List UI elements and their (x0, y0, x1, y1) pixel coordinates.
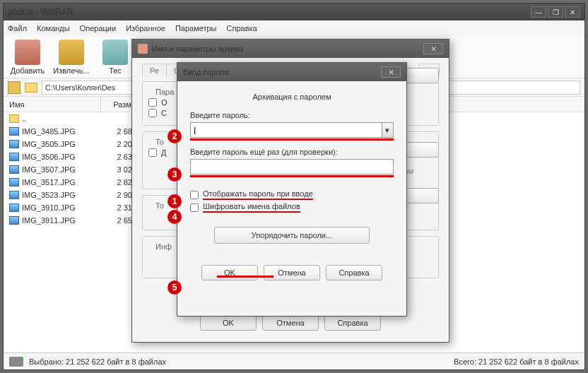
menu-file[interactable]: Файл (8, 24, 27, 32)
password-confirm-input[interactable] (190, 159, 394, 174)
dialog1-cancel[interactable]: Отмена (262, 315, 319, 331)
maximize-button[interactable]: ❐ (548, 6, 563, 18)
dialog2-help[interactable]: Справка (326, 265, 382, 280)
status-total: Всего: 21 252 622 байт в 8 файлах (454, 357, 579, 366)
folder-icon (25, 83, 37, 93)
image-file-icon (9, 178, 19, 186)
badge-2: 2 (167, 129, 182, 143)
tab-1[interactable]: Ре (142, 64, 167, 77)
up-icon[interactable] (8, 81, 20, 94)
menu-favorites[interactable]: Избранное (126, 24, 165, 32)
close-button[interactable]: ✕ (565, 6, 580, 18)
menubar: Файл Команды Операции Избранное Параметр… (4, 20, 584, 36)
dialog1-titlebar: Имя и параметры архива ⨯ (132, 40, 449, 58)
underline-2 (190, 138, 394, 141)
image-file-icon (9, 140, 19, 148)
password2-label: Введите пароль ещё раз (для проверки): (190, 148, 394, 156)
menu-options[interactable]: Параметры (175, 24, 217, 32)
menu-help[interactable]: Справка (227, 24, 257, 32)
password-dropdown[interactable]: ▾ (382, 122, 394, 138)
menu-operations[interactable]: Операции (80, 24, 116, 32)
image-file-icon (9, 165, 19, 174)
statusbar: Выбрано: 21 252 622 байт в 8 файлах Всег… (4, 353, 584, 369)
toolbar-add[interactable]: Добавить (8, 40, 47, 75)
password-input[interactable] (190, 122, 382, 138)
image-file-icon (9, 203, 19, 212)
password-label: Введите пароль: (190, 111, 394, 119)
dialog1-ok[interactable]: OK (200, 315, 257, 331)
archive-icon (15, 40, 40, 65)
badge-4: 4 (167, 210, 182, 224)
badge-1: 1 (167, 194, 182, 208)
menu-commands[interactable]: Команды (37, 24, 70, 32)
status-selected: Выбрано: 21 252 622 байт в 8 файлах (29, 357, 166, 366)
dialog1-close[interactable]: ⨯ (423, 43, 443, 54)
toolbar-extract[interactable]: Извлечь... (52, 40, 91, 75)
image-file-icon (9, 216, 19, 225)
test-icon (102, 40, 128, 65)
image-file-icon (9, 191, 19, 199)
archive-icon (138, 44, 148, 54)
folder-icon (9, 114, 19, 123)
underline-5 (217, 276, 274, 278)
dialog2-titlebar: Ввод пароля ⨯ (177, 63, 406, 81)
window-title: photos - WinRAR (8, 7, 529, 17)
show-password-checkbox[interactable]: Отображать пароль при вводе (190, 189, 394, 200)
badge-5: 5 (167, 280, 182, 295)
dialog1-help[interactable]: Справка (324, 315, 381, 331)
dialog2-close[interactable]: ⨯ (381, 66, 401, 78)
extract-icon (59, 40, 84, 65)
password-heading: Архивация с паролем (190, 93, 394, 101)
dialog2-ok[interactable]: OK (201, 265, 258, 280)
image-file-icon (9, 127, 19, 136)
password-dialog: Ввод пароля ⨯ Архивация с паролем Введит… (177, 62, 407, 316)
drive-icon (9, 357, 23, 367)
image-file-icon (9, 153, 19, 161)
toolbar-test[interactable]: Тес (95, 40, 135, 75)
titlebar: photos - WinRAR — ❐ ✕ (4, 4, 584, 20)
dialog2-cancel[interactable]: Отмена (264, 265, 320, 280)
encrypt-names-checkbox[interactable]: Шифровать имена файлов (190, 202, 394, 213)
badge-3: 3 (167, 167, 182, 182)
organize-passwords-button[interactable]: Упорядочить пароли... (214, 227, 370, 244)
col-name[interactable]: Имя (4, 97, 101, 112)
minimize-button[interactable]: — (531, 6, 546, 18)
